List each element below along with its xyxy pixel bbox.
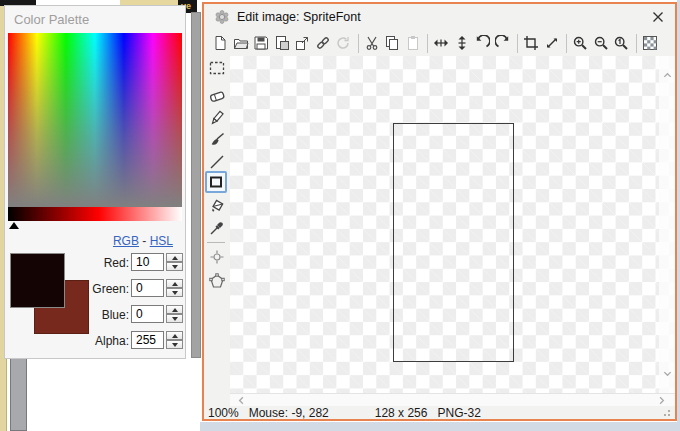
- alpha-label: Alpha:: [95, 334, 129, 348]
- edit-image-dialog: Edit image: SpriteFont: [202, 2, 677, 421]
- red-stepper-down[interactable]: [166, 262, 183, 271]
- blue-stepper-down[interactable]: [166, 314, 183, 323]
- background-below-dialog: [200, 422, 680, 431]
- transparency-grid-icon[interactable]: [642, 35, 658, 51]
- resize-grip[interactable]: [660, 406, 672, 418]
- scroll-left-icon[interactable]: [236, 395, 247, 406]
- pencil-icon: [208, 109, 226, 127]
- toolbar-separator: [636, 34, 637, 53]
- blue-input[interactable]: [131, 305, 164, 323]
- tool-eraser[interactable]: [207, 86, 227, 106]
- green-stepper-down[interactable]: [166, 288, 183, 297]
- tool-target[interactable]: [207, 247, 227, 267]
- save-icon[interactable]: [253, 35, 269, 51]
- new-file-icon[interactable]: [212, 35, 228, 51]
- close-icon[interactable]: [650, 9, 666, 25]
- refresh-icon[interactable]: [335, 35, 351, 51]
- down-arrow-icon: [172, 317, 178, 321]
- scroll-up-icon[interactable]: [662, 70, 673, 81]
- status-image-format: PNG-32: [437, 406, 480, 420]
- value-slider[interactable]: [8, 207, 182, 221]
- export-icon[interactable]: [294, 35, 310, 51]
- link-icon[interactable]: [315, 35, 331, 51]
- background-scrollbar-fragment-2: [191, 12, 201, 358]
- green-stepper-up[interactable]: [166, 279, 183, 288]
- duplicate-image-icon[interactable]: [274, 35, 290, 51]
- drawn-rectangle: [393, 123, 514, 362]
- red-label: Red:: [104, 256, 129, 270]
- gear-icon: [214, 9, 230, 25]
- open-folder-icon[interactable]: [233, 35, 249, 51]
- blue-stepper-up[interactable]: [166, 305, 183, 314]
- alpha-stepper-up[interactable]: [166, 331, 183, 340]
- green-stepper: [166, 279, 183, 297]
- flip-vertical-icon[interactable]: [454, 35, 470, 51]
- down-arrow-icon: [172, 343, 178, 347]
- blue-label: Blue:: [102, 308, 129, 322]
- tool-eyedropper[interactable]: [207, 218, 227, 238]
- tool-fill[interactable]: [207, 196, 227, 216]
- tool-pencil[interactable]: [207, 108, 227, 128]
- down-arrow-icon: [172, 291, 178, 295]
- green-label: Green:: [92, 282, 129, 296]
- flip-horizontal-icon[interactable]: [433, 35, 449, 51]
- blue-stepper: [166, 305, 183, 323]
- toolbar-separator: [517, 34, 518, 53]
- scroll-right-icon[interactable]: [656, 395, 667, 406]
- red-input[interactable]: [131, 253, 164, 271]
- tool-polygon[interactable]: [207, 271, 227, 291]
- link-separator: -: [142, 234, 146, 248]
- eyedropper-icon: [208, 219, 226, 237]
- hsl-link[interactable]: HSL: [150, 234, 173, 248]
- red-stepper: [166, 253, 183, 271]
- toolbar-separator: [566, 34, 567, 53]
- down-arrow-icon: [172, 265, 178, 269]
- cut-icon[interactable]: [364, 35, 380, 51]
- alpha-input[interactable]: [131, 331, 164, 349]
- brush-icon: [208, 131, 226, 149]
- vertical-scrollbar[interactable]: [659, 56, 675, 393]
- green-input[interactable]: [131, 279, 164, 297]
- value-slider-marker[interactable]: [9, 222, 19, 229]
- tool-separator: [207, 242, 225, 243]
- crop-icon[interactable]: [523, 35, 539, 51]
- green-field-row: Green:: [5, 279, 185, 299]
- up-arrow-icon: [172, 282, 178, 286]
- color-mode-links: RGB - HSL: [113, 234, 173, 248]
- toolbar: [204, 30, 675, 56]
- alpha-field-row: Alpha:: [5, 331, 185, 351]
- line-icon: [208, 153, 226, 171]
- alpha-stepper-down[interactable]: [166, 340, 183, 349]
- tool-select[interactable]: [207, 58, 227, 78]
- status-bar: 100% Mouse: -9, 282 128 x 256 PNG-32: [204, 406, 675, 419]
- canvas[interactable]: [230, 56, 675, 393]
- up-arrow-icon: [172, 308, 178, 312]
- toolbar-separator: [427, 34, 428, 53]
- resize-icon[interactable]: [544, 35, 560, 51]
- status-mouse-position: Mouse: -9, 282: [249, 406, 329, 420]
- tool-rectangle[interactable]: [205, 171, 227, 193]
- rotate-cw-icon[interactable]: [495, 35, 511, 51]
- zoom-out-icon[interactable]: [593, 35, 609, 51]
- paint-bucket-icon: [208, 197, 226, 215]
- tool-line[interactable]: [207, 152, 227, 172]
- rgb-link[interactable]: RGB: [113, 234, 139, 248]
- zoom-in-icon[interactable]: [572, 35, 588, 51]
- copy-icon[interactable]: [384, 35, 400, 51]
- toolbar-separator: [358, 34, 359, 53]
- rotate-ccw-icon[interactable]: [474, 35, 490, 51]
- scroll-down-icon[interactable]: [662, 368, 673, 379]
- red-field-row: Red:: [5, 253, 185, 273]
- hue-saturation-picker[interactable]: [8, 33, 182, 207]
- dialog-titlebar[interactable]: Edit image: SpriteFont: [204, 4, 675, 30]
- zoom-actual-icon[interactable]: [613, 35, 629, 51]
- status-zoom-level: 100%: [208, 406, 239, 420]
- horizontal-scrollbar[interactable]: [230, 393, 675, 406]
- polygon-icon: [208, 272, 226, 290]
- up-arrow-icon: [172, 256, 178, 260]
- red-stepper-up[interactable]: [166, 253, 183, 262]
- tool-brush[interactable]: [207, 130, 227, 150]
- marquee-select-icon: [208, 59, 226, 77]
- panel-title: Color Palette: [14, 12, 89, 27]
- paste-icon[interactable]: [405, 35, 421, 51]
